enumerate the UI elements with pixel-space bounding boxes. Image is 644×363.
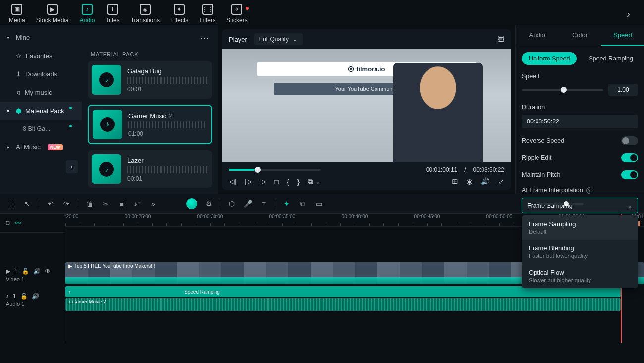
list-icon[interactable]: ≡ bbox=[259, 199, 268, 208]
tab-transitions[interactable]: ◈Transitions bbox=[131, 4, 160, 24]
duration-input[interactable] bbox=[522, 115, 638, 128]
uniform-speed-pill[interactable]: Uniform Speed bbox=[522, 52, 577, 65]
dropdown-option-optical-flow[interactable]: Optical Flow Slower but higher quality bbox=[522, 264, 638, 288]
speed-ramping-pill[interactable]: Speed Ramping bbox=[582, 52, 640, 65]
audio-duration: 00:01 bbox=[127, 86, 208, 93]
audio-detach-icon[interactable]: ♪⁺ bbox=[133, 199, 142, 208]
pointer-icon[interactable]: ↖ bbox=[23, 199, 32, 208]
ruler-label: 00:00:20:00 bbox=[65, 214, 78, 219]
lock-icon[interactable]: 🔓 bbox=[22, 268, 29, 275]
inspector-tab-audio[interactable]: Audio bbox=[516, 25, 558, 46]
more-tools-icon[interactable]: » bbox=[149, 199, 158, 208]
audio-clip-gamer-music[interactable]: ♪ Gamer Music 2 bbox=[65, 298, 621, 311]
reverse-speed-toggle[interactable] bbox=[621, 136, 638, 145]
gear-icon[interactable]: ⚙ bbox=[204, 199, 213, 208]
mic-icon[interactable]: 🎤 bbox=[243, 199, 252, 208]
ruler-label: 00:00:35:00 bbox=[269, 214, 296, 219]
sidebar-item-ai-music[interactable]: ▸AI MusicNEW bbox=[0, 138, 82, 156]
more-menu-icon[interactable]: ⋯ bbox=[200, 32, 209, 43]
notification-dot bbox=[246, 7, 249, 10]
tab-effects[interactable]: ✦Effects bbox=[170, 4, 188, 24]
mute-icon[interactable]: 🔊 bbox=[32, 293, 39, 300]
sidebar-item-8bit[interactable]: 8 Bit Ga... bbox=[0, 120, 82, 138]
fullscreen-icon[interactable]: ⤢ bbox=[498, 177, 504, 186]
inspector-tab-speed[interactable]: Speed bbox=[601, 25, 644, 46]
mute-icon[interactable]: 🔊 bbox=[33, 268, 41, 275]
ai-interpolation-select[interactable]: Frame Sampling ⌄ bbox=[522, 198, 638, 213]
tab-filters[interactable]: ⋮⋮Filters bbox=[199, 4, 215, 24]
tab-titles[interactable]: TTitles bbox=[106, 4, 119, 24]
tab-label: Titles bbox=[106, 17, 119, 24]
quality-dropdown[interactable]: Full Quality⌄ bbox=[254, 33, 303, 45]
sidebar-item-favorites[interactable]: ☆Favorites bbox=[0, 47, 82, 65]
speed-slider[interactable] bbox=[522, 89, 603, 91]
info-icon[interactable]: ? bbox=[586, 187, 592, 194]
undo-icon[interactable]: ↶ bbox=[46, 199, 55, 208]
inspector-tab-color[interactable]: Color bbox=[558, 25, 601, 46]
playback-progress[interactable] bbox=[229, 169, 321, 171]
redo-icon[interactable]: ↷ bbox=[62, 199, 71, 208]
top-navigation: ▣Media ▶Stock Media ♪Audio TTitles ◈Tran… bbox=[0, 0, 644, 25]
sidebar-item-label: My music bbox=[25, 89, 52, 96]
snapshot-icon[interactable]: ◉ bbox=[466, 177, 473, 186]
stickers-icon: ✧ bbox=[231, 4, 242, 15]
caption-icon[interactable]: ▭ bbox=[314, 199, 323, 208]
maintain-pitch-label: Maintain Pitch bbox=[522, 171, 561, 178]
video-person bbox=[393, 63, 483, 162]
group-icon[interactable]: ⧉ bbox=[298, 199, 307, 208]
eye-icon[interactable]: 👁 bbox=[45, 268, 51, 275]
ai-avatar-icon[interactable] bbox=[186, 198, 197, 209]
section-title: MATERIAL PACK bbox=[82, 45, 218, 61]
sidebar-item-label: Mine bbox=[16, 34, 30, 41]
maintain-pitch-toggle[interactable] bbox=[621, 170, 638, 179]
play-icon[interactable]: ▷ bbox=[261, 177, 267, 186]
video-icon: ▶ bbox=[6, 268, 10, 275]
audio-sidebar: ▾Mine ☆Favorites ⬇Downloads ♫My music ▾⬢… bbox=[0, 25, 82, 194]
tab-media[interactable]: ▣Media bbox=[9, 4, 25, 24]
play-icon: ▶ bbox=[68, 263, 72, 269]
audio-track-header[interactable]: ♪1🔓🔊 Audio 1 bbox=[0, 287, 65, 312]
material-pane: ⋯ MATERIAL PACK ♪ Galaga Bug 00:01 ♪ Gam… bbox=[82, 25, 218, 194]
audio-item-lazer[interactable]: ♪ Lazer 00:01 bbox=[88, 150, 212, 188]
nav-scroll-right[interactable]: › bbox=[622, 8, 635, 20]
delete-icon[interactable]: 🗑 bbox=[85, 199, 94, 208]
lock-icon[interactable]: 🔓 bbox=[20, 293, 28, 300]
zoom-slider[interactable] bbox=[539, 203, 584, 205]
audio-duration: 01:00 bbox=[128, 130, 207, 137]
speed-value-input[interactable] bbox=[608, 84, 638, 96]
mask-icon[interactable]: ⬡ bbox=[227, 199, 236, 208]
ratio-icon[interactable]: ⧉ ⌄ bbox=[308, 177, 321, 186]
dropdown-option-frame-blending[interactable]: Frame Blending Faster but lower quality bbox=[522, 240, 638, 264]
cut-icon[interactable]: ✂ bbox=[101, 199, 110, 208]
tab-audio[interactable]: ♪Audio bbox=[80, 4, 95, 24]
sidebar-item-material-pack[interactable]: ▾⬢Material Pack bbox=[0, 102, 82, 120]
stop-icon[interactable]: □ bbox=[274, 178, 279, 186]
crop-icon[interactable]: ▣ bbox=[117, 199, 126, 208]
display-icon[interactable]: ⊞ bbox=[452, 177, 458, 186]
video-track-header[interactable]: ▶1🔓🔊👁 Video 1 bbox=[0, 262, 65, 287]
dropdown-option-frame-sampling[interactable]: Frame Sampling Default bbox=[522, 215, 638, 240]
link-icon[interactable]: ⚯ bbox=[15, 219, 21, 227]
audio-thumb: ♪ bbox=[92, 65, 121, 95]
audio-item-galaga[interactable]: ♪ Galaga Bug 00:01 bbox=[88, 61, 212, 99]
mark-in-icon[interactable]: { bbox=[287, 178, 289, 186]
marker-icon[interactable]: ✦ bbox=[282, 199, 291, 208]
image-icon[interactable]: 🖼 bbox=[498, 36, 504, 43]
next-frame-icon[interactable]: |▷ bbox=[245, 177, 253, 186]
sidebar-item-mine[interactable]: ▾Mine bbox=[0, 28, 82, 47]
audio-item-gamer-music[interactable]: ♪ Gamer Music 2 01:00 bbox=[88, 105, 212, 144]
sidebar-item-downloads[interactable]: ⬇Downloads bbox=[0, 65, 82, 83]
duplicate-icon[interactable]: ⧉ bbox=[6, 219, 10, 227]
mark-out-icon[interactable]: } bbox=[297, 178, 300, 186]
ripple-edit-toggle[interactable] bbox=[621, 153, 638, 162]
grid-icon[interactable]: ▦ bbox=[7, 199, 16, 208]
tab-stickers[interactable]: ✧Stickers bbox=[226, 4, 248, 24]
speed-label: Speed bbox=[522, 73, 638, 80]
volume-icon[interactable]: 🔊 bbox=[481, 177, 490, 186]
sidebar-collapse[interactable]: ‹ bbox=[66, 160, 78, 173]
sidebar-item-my-music[interactable]: ♫My music bbox=[0, 83, 82, 102]
tab-stock-media[interactable]: ▶Stock Media bbox=[36, 4, 69, 24]
tab-label: Media bbox=[9, 17, 25, 24]
video-preview[interactable]: ⦿ filmora.io Your YouTube Community bbox=[222, 49, 511, 162]
prev-frame-icon[interactable]: ◁| bbox=[229, 177, 237, 186]
